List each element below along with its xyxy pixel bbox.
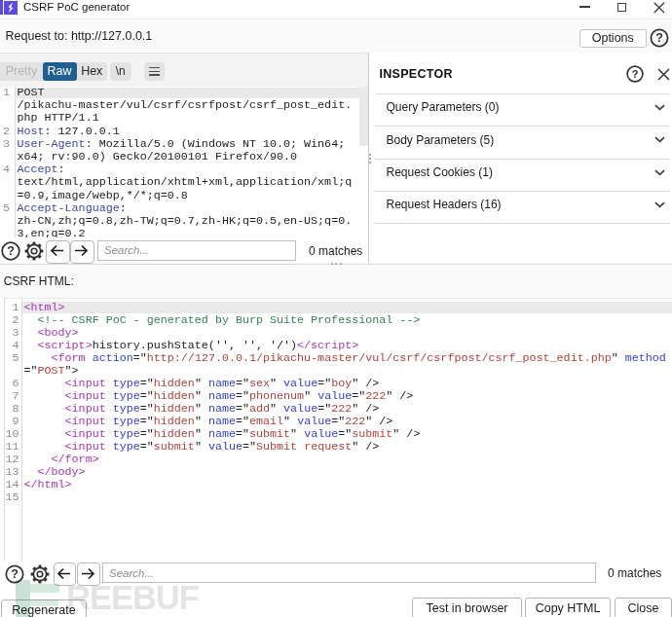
svg-text:?: ?	[11, 567, 19, 581]
svg-text:?: ?	[631, 68, 638, 80]
svg-text:?: ?	[7, 244, 15, 258]
svg-text:?: ?	[655, 31, 663, 45]
